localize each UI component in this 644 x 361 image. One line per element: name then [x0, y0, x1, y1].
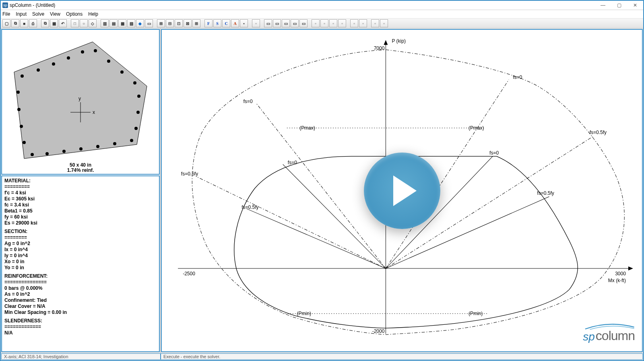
toolbar-c4-icon[interactable]: ▫ [338, 19, 346, 27]
toolbar-align3-icon[interactable]: ⊡ [175, 19, 183, 27]
toolbar-align1-icon[interactable]: ⊞ [157, 19, 165, 27]
section-view-panel: x y 50 x 40 in 1.74% reinf. [1, 29, 160, 175]
app-icon: sp [2, 2, 8, 8]
status-left: X-axis; ACI 318-14; Investigation [1, 353, 161, 360]
toolbar-grid2-icon[interactable]: ▤ [109, 19, 118, 27]
svg-line-39 [196, 176, 386, 268]
svg-point-5 [81, 50, 84, 54]
cross-section-diagram: x y [2, 30, 159, 163]
fs0-outer-l: fs=0 [244, 99, 253, 104]
svg-point-9 [133, 81, 136, 85]
menu-help[interactable]: Help [88, 11, 98, 17]
svg-point-16 [79, 147, 83, 151]
play-button[interactable] [364, 153, 440, 229]
toolbar-new-icon[interactable]: ▢ [2, 19, 10, 27]
toolbar-f-icon[interactable]: F [204, 19, 213, 27]
toolbar-c-icon[interactable]: C [222, 19, 230, 27]
toolbar-align4-icon[interactable]: ⊠ [184, 19, 192, 27]
brand-swoosh-icon [583, 319, 635, 334]
section-line: Ix = 0 in^4 [4, 247, 157, 253]
toolbar-print-icon[interactable]: ⎙ [29, 19, 37, 27]
reinf-line: Confinement: Tied [4, 297, 157, 303]
menu-view[interactable]: View [50, 11, 60, 17]
brand-logo: spcolumn [583, 328, 635, 343]
toolbar-misc1-icon[interactable]: ▪ [240, 19, 248, 27]
fs05-inner-r: fs=0.5fy [537, 190, 554, 196]
svg-point-11 [136, 111, 140, 114]
close-button[interactable]: ✕ [627, 1, 643, 10]
axis-y-label: y [78, 96, 81, 101]
toolbar-d2-icon[interactable]: ▫ [359, 19, 367, 27]
toolbar-extra-icon[interactable]: ▭ [145, 19, 153, 27]
toolbar-circle-icon[interactable]: ○ [80, 19, 88, 27]
menu-file[interactable]: File [2, 11, 10, 17]
reinf-header: REINFORCEMENT: [4, 273, 157, 279]
toolbar-e2-icon[interactable]: ▫ [380, 19, 388, 27]
reinf-line: Clear Cover = N/A [4, 303, 157, 309]
fs05-outer-r: fs=0.5fy [590, 130, 607, 135]
svg-point-6 [94, 49, 97, 52]
toolbar-copy-icon[interactable]: ⧉ [41, 19, 49, 27]
reinf-line: 0 bars @ 0.000% [4, 285, 157, 291]
toolbar-d1-icon[interactable]: ▫ [350, 19, 358, 27]
toolbar-open-icon[interactable]: ⧉ [11, 19, 19, 27]
interaction-diagram-panel: P (kip) 7000 -2000 -2500 3000 Mx (k-ft) … [161, 29, 643, 352]
minimize-button[interactable]: — [595, 1, 611, 10]
toolbar-grid1-icon[interactable]: ▥ [101, 19, 109, 27]
toolbar-e1-icon[interactable]: ▫ [371, 19, 379, 27]
toolbar-c3-icon[interactable]: ▫ [329, 19, 337, 27]
info-panel: MATERIAL: ========= f'c = 4 ksi Ec = 360… [1, 175, 160, 352]
svg-point-21 [20, 125, 23, 128]
toolbar-grid4-icon[interactable]: ▧ [127, 19, 135, 27]
toolbar-save-icon[interactable]: ■ [20, 19, 28, 27]
material-header: MATERIAL: [4, 178, 157, 184]
toolbar-b5-icon[interactable]: ▭ [299, 19, 308, 27]
menu-solve[interactable]: Solve [32, 11, 44, 17]
toolbar-b1-icon[interactable]: ▭ [264, 19, 272, 27]
x-right-tick: 3000 [615, 271, 626, 276]
material-line: Es = 29000 ksi [4, 220, 157, 226]
toolbar-a-icon[interactable]: A [231, 19, 239, 27]
svg-point-10 [137, 95, 140, 98]
x-left-tick: -2500 [183, 271, 195, 276]
toolbar-undo-icon[interactable]: ↶ [59, 19, 67, 27]
toolbar-s-icon[interactable]: S [213, 19, 221, 27]
toolbar: ▢ ⧉ ■ ⎙ ⧉ ▦ ↶ □ ○ ◇ ▥ ▤ ▦ ▧ ◆ ▭ ⊞ ⊟ ⊡ ⊠ … [1, 19, 643, 29]
svg-point-23 [17, 91, 20, 94]
toolbar-paste-icon[interactable]: ▦ [50, 19, 58, 27]
toolbar-b2-icon[interactable]: ▭ [273, 19, 281, 27]
toolbar-b3-icon[interactable]: ▭ [282, 19, 290, 27]
reinf-line: Min Clear Spacing = 0.00 in [4, 309, 157, 316]
svg-point-14 [113, 142, 116, 145]
toolbar-c1-icon[interactable]: ▫ [312, 19, 320, 27]
maximize-button[interactable]: ▢ [611, 1, 627, 10]
svg-point-1 [21, 74, 24, 78]
section-sep: ======== [4, 235, 157, 241]
material-line: Beta1 = 0.85 [4, 208, 157, 214]
toolbar-align2-icon[interactable]: ⊟ [166, 19, 174, 27]
svg-line-35 [247, 209, 386, 268]
pmin-right: (Pmin) [469, 311, 483, 316]
toolbar-rect-icon[interactable]: □ [71, 19, 79, 27]
menu-options[interactable]: Options [66, 11, 83, 17]
toolbar-poly-icon[interactable]: ◇ [89, 19, 97, 27]
y-bottom-tick: -2000 [372, 328, 385, 334]
slender-header: SLENDERNESS: [4, 318, 157, 324]
main-content: x y 50 x 40 in 1.74% reinf. MATERIAL: ==… [1, 29, 643, 353]
toolbar-b4-icon[interactable]: ▭ [291, 19, 299, 27]
x-axis-label: Mx (k-ft) [608, 278, 626, 283]
menu-input[interactable]: Input [16, 11, 27, 17]
svg-point-18 [45, 152, 49, 155]
fs05-inner-l: fs=0.5fy [242, 204, 258, 210]
material-line: f'c = 4 ksi [4, 190, 157, 196]
toolbar-grid3-icon[interactable]: ▦ [118, 19, 126, 27]
material-line: fy = 60 ksi [4, 214, 157, 220]
svg-point-12 [134, 127, 138, 130]
material-line: Ec = 3605 ksi [4, 196, 157, 202]
y-axis-label: P (kip) [392, 38, 406, 44]
toolbar-misc2-icon[interactable]: ▫ [252, 19, 260, 27]
toolbar-align5-icon[interactable]: ⊞ [192, 19, 200, 27]
fs0-inner-l: fs=0 [288, 160, 297, 165]
toolbar-color-icon[interactable]: ◆ [136, 19, 144, 27]
toolbar-c2-icon[interactable]: ▫ [320, 19, 328, 27]
